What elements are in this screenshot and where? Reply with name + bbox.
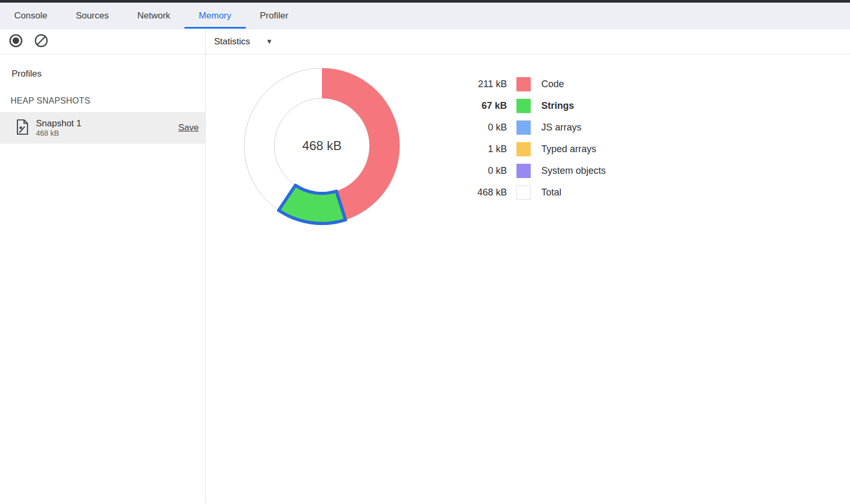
clear-profiles-button[interactable] (34, 34, 49, 49)
heap-snapshot-file-icon (16, 119, 29, 137)
view-controls: Statistics ▼ (206, 29, 850, 54)
legend-swatch-icon (516, 164, 531, 178)
legend-swatch-icon (516, 120, 531, 135)
heap-snapshots-section-title: HEAP SNAPSHOTS (11, 96, 205, 106)
profiles-sidebar: Profiles HEAP SNAPSHOTS Snapshot 1 468 k… (0, 54, 206, 503)
snapshot-name: Snapshot 1 (36, 118, 178, 129)
record-icon (8, 33, 23, 50)
legend-swatch-icon (516, 185, 531, 200)
legend-label: Strings (541, 100, 574, 111)
tab-network[interactable]: Network (123, 3, 184, 29)
legend-size: 211 kB (449, 79, 507, 90)
profile-controls (0, 29, 206, 54)
chevron-down-icon: ▼ (266, 38, 273, 45)
legend-swatch-icon (516, 77, 531, 91)
profiles-title: Profiles (12, 69, 205, 79)
legend-size: 67 kB (449, 100, 507, 111)
legend-row-js-arrays[interactable]: 0 kBJS arrays (449, 117, 606, 138)
save-snapshot-link[interactable]: Save (178, 123, 199, 133)
perspective-select-value: Statistics (214, 36, 250, 47)
legend-label: System objects (541, 165, 606, 176)
legend-label: Typed arrays (541, 144, 596, 155)
legend-row-strings[interactable]: 67 kBStrings (449, 95, 606, 117)
memory-panel-toolbar: Statistics ▼ (0, 29, 850, 54)
heap-statistics-donut-chart[interactable]: 468 kB (232, 56, 412, 236)
legend-size: 0 kB (449, 122, 507, 133)
legend-row-code[interactable]: 211 kBCode (449, 73, 606, 95)
legend-row-system-objects[interactable]: 0 kBSystem objects (449, 160, 606, 182)
devtools-tab-bar: ConsoleSourcesNetworkMemoryProfiler (0, 3, 850, 29)
legend-swatch-icon (516, 99, 531, 113)
chart-legend: 211 kBCode67 kBStrings0 kBJS arrays1 kBT… (449, 73, 606, 203)
snapshot-size: 468 kB (36, 129, 178, 138)
legend-size: 0 kB (449, 165, 507, 176)
legend-row-total[interactable]: 468 kBTotal (449, 182, 606, 203)
legend-label: JS arrays (541, 122, 581, 133)
statistics-view: 468 kB 211 kBCode67 kBStrings0 kBJS arra… (206, 54, 850, 503)
perspective-select[interactable]: Statistics ▼ (214, 36, 273, 47)
slice-strings[interactable] (279, 185, 346, 223)
record-heap-profile-button[interactable] (8, 34, 23, 49)
tab-memory[interactable]: Memory (184, 3, 245, 29)
block-icon (34, 33, 49, 50)
legend-swatch-icon (516, 142, 531, 156)
legend-label: Total (541, 187, 561, 198)
sidebar-item-snapshot-1[interactable]: Snapshot 1 468 kB Save (0, 112, 205, 144)
tab-profiler[interactable]: Profiler (246, 3, 303, 29)
legend-size: 468 kB (449, 187, 507, 198)
ring-outline (274, 98, 369, 193)
legend-row-typed-arrays[interactable]: 1 kBTyped arrays (449, 138, 606, 160)
snapshot-info: Snapshot 1 468 kB (36, 118, 178, 138)
tab-sources[interactable]: Sources (61, 3, 123, 29)
legend-label: Code (541, 79, 564, 90)
tab-console[interactable]: Console (0, 3, 61, 29)
legend-size: 1 kB (449, 144, 507, 155)
